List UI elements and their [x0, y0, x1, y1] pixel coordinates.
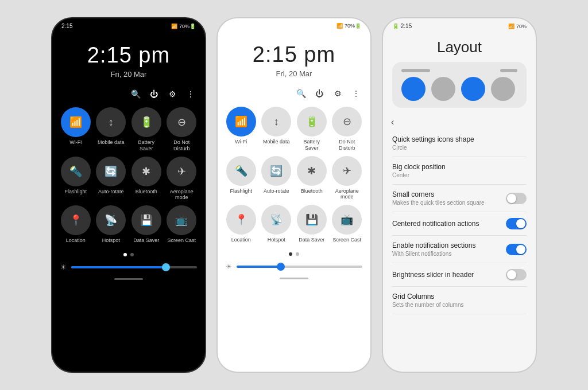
settings-text-0: Quick settings icons shapeCircle — [392, 135, 527, 151]
layout-circle-1[interactable] — [401, 77, 425, 101]
settings-row-4[interactable]: Enable notification sectionsWith Silent … — [392, 236, 527, 263]
settings-label-3: Centered notification actions — [392, 220, 506, 228]
settings-row-1[interactable]: Big clock positionCenter — [392, 157, 527, 185]
tile-dark-9[interactable]: 📡Hotspot — [96, 205, 127, 244]
clock-dark: 2:15 pm Fri, 20 Mar — [52, 32, 205, 84]
toolbar-light: 🔍 ⏻ ⚙ ⋮ — [218, 84, 370, 103]
tile-label-dark-4: Flashlight — [64, 189, 87, 195]
slider-thumb-light[interactable] — [277, 263, 285, 271]
search-icon-dark[interactable]: 🔍 — [130, 89, 141, 99]
settings-label-4: Enable notification sections — [392, 241, 506, 249]
slider-track-light[interactable] — [237, 266, 362, 268]
tile-label-dark-2: Battery Saver — [131, 139, 162, 152]
status-icons-dark: 📶 70%🔋 — [171, 24, 196, 29]
home-indicator-light — [280, 278, 308, 279]
tile-light-8[interactable]: 📍Location — [226, 205, 257, 243]
toggle-5[interactable] — [506, 269, 527, 280]
signal-icon-light: 📶 70%🔋 — [336, 23, 361, 29]
tile-label-dark-0: Wi-Fi — [69, 139, 82, 146]
tile-label-light-1: Mobile data — [263, 139, 290, 145]
tile-light-10[interactable]: 💾Data Saver — [296, 205, 327, 243]
slider-thumb-dark[interactable] — [162, 263, 170, 271]
tile-dark-4[interactable]: 🔦Flashlight — [60, 157, 91, 201]
settings-icon-dark[interactable]: ⚙ — [167, 89, 177, 99]
layout-circle-4[interactable] — [491, 77, 515, 101]
tile-dark-5[interactable]: 🔄Auto-rotate — [96, 157, 127, 201]
tile-light-11[interactable]: 📺Screen Cast — [332, 205, 363, 243]
tile-dark-8[interactable]: 📍Location — [60, 205, 91, 244]
tile-light-0[interactable]: 📶Wi-Fi — [226, 107, 257, 151]
settings-text-6: Grid ColumnsSets the number of columns — [392, 292, 527, 308]
tile-label-light-6: Bluetooth — [301, 188, 323, 194]
settings-row-5[interactable]: Brightness slider in header — [392, 263, 527, 287]
tile-light-7[interactable]: ✈Aeroplane mode — [332, 156, 363, 201]
settings-row-0[interactable]: Quick settings icons shapeCircle — [392, 130, 527, 157]
toggle-thumb-2 — [507, 194, 516, 203]
phone-dark: 2:15 📶 70%🔋 2:15 pm Fri, 20 Mar 🔍 ⏻ ⚙ ⋮ … — [51, 17, 206, 373]
phone-light: 📶 70%🔋 2:15 pm Fri, 20 Mar 🔍 ⏻ ⚙ ⋮ 📶Wi-F… — [216, 17, 372, 373]
settings-text-2: Small cornersMakes the quick tiles secti… — [392, 190, 506, 206]
tile-dark-6[interactable]: ✱Bluetooth — [131, 157, 162, 201]
tile-light-9[interactable]: 📡Hotspot — [261, 205, 292, 243]
settings-sub-6: Sets the number of columns — [392, 302, 527, 308]
home-indicator-dark — [114, 278, 143, 280]
tile-label-dark-9: Hotspot — [102, 237, 120, 244]
clock-time-dark: 2:15 pm — [58, 43, 199, 68]
settings-sub-4: With Silent notifications — [392, 251, 506, 257]
more-icon-dark[interactable]: ⋮ — [185, 89, 196, 99]
dot-2-dark — [130, 253, 134, 256]
tile-icon-dark-2: 🔋 — [131, 107, 161, 137]
tile-icon-dark-4: 🔦 — [61, 157, 91, 186]
tile-light-2[interactable]: 🔋Battery Saver — [296, 107, 327, 151]
toggle-4[interactable] — [506, 244, 527, 255]
settings-sub-1: Center — [392, 172, 527, 178]
tile-dark-7[interactable]: ✈Aeroplane mode — [167, 157, 198, 201]
settings-label-6: Grid Columns — [392, 292, 527, 301]
tile-light-3[interactable]: ⊖Do Not Disturb — [332, 107, 363, 151]
tile-dark-1[interactable]: ↕Mobile data — [96, 107, 127, 152]
layout-circle-3[interactable] — [461, 77, 485, 101]
tiles-grid-dark: 📶Wi-Fi↕Mobile data🔋Battery Saver⊖Do Not … — [52, 104, 205, 247]
settings-icon-light[interactable]: ⚙ — [332, 88, 343, 99]
tile-icon-light-3: ⊖ — [332, 107, 362, 136]
tile-icon-dark-10: 💾 — [131, 205, 161, 235]
tiles-grid-light: 📶Wi-Fi↕Mobile data🔋Battery Saver⊖Do Not … — [218, 103, 370, 247]
power-icon-light[interactable]: ⏻ — [314, 88, 324, 99]
tile-light-4[interactable]: 🔦Flashlight — [226, 156, 257, 201]
tile-icon-light-6: ✱ — [297, 156, 327, 186]
tile-dark-2[interactable]: 🔋Battery Saver — [131, 107, 162, 152]
tile-icon-dark-3: ⊖ — [167, 107, 196, 137]
tile-icon-light-5: 🔄 — [261, 156, 291, 186]
tile-icon-light-8: 📍 — [226, 205, 256, 235]
settings-label-1: Big clock position — [392, 163, 527, 171]
tile-icon-light-9: 📡 — [261, 205, 291, 235]
slider-track-dark[interactable] — [71, 266, 197, 268]
tile-dark-0[interactable]: 📶Wi-Fi — [60, 107, 91, 152]
tile-light-1[interactable]: ↕Mobile data — [261, 107, 292, 151]
tile-dark-10[interactable]: 💾Data Saver — [131, 205, 162, 244]
power-icon-dark[interactable]: ⏻ — [149, 89, 159, 99]
tile-light-6[interactable]: ✱Bluetooth — [296, 156, 327, 201]
tile-label-dark-6: Bluetooth — [136, 189, 157, 195]
search-icon-light[interactable]: 🔍 — [296, 88, 306, 99]
settings-row-3[interactable]: Centered notification actions — [392, 212, 527, 236]
tile-icon-light-1: ↕ — [261, 107, 291, 136]
clock-time-light: 2:15 pm — [223, 42, 365, 67]
tile-label-light-8: Location — [231, 237, 251, 243]
tile-light-5[interactable]: 🔄Auto-rotate — [261, 156, 292, 201]
tile-icon-light-0: 📶 — [226, 107, 256, 136]
toggle-2[interactable] — [506, 193, 527, 204]
settings-row-2[interactable]: Small cornersMakes the quick tiles secti… — [392, 185, 527, 212]
tile-icon-light-7: ✈ — [332, 156, 362, 186]
tile-dark-3[interactable]: ⊖Do Not Disturb — [167, 107, 198, 152]
tile-dark-11[interactable]: 📺Screen Cast — [167, 205, 198, 244]
settings-row-6[interactable]: Grid ColumnsSets the number of columns — [392, 287, 527, 314]
main-container: 2:15 📶 70%🔋 2:15 pm Fri, 20 Mar 🔍 ⏻ ⚙ ⋮ … — [0, 0, 588, 390]
status-time-dark: 2:15 — [61, 23, 72, 29]
tile-label-dark-5: Auto-rotate — [98, 189, 124, 195]
more-icon-light[interactable]: ⋮ — [351, 88, 361, 99]
tile-icon-dark-1: ↕ — [96, 107, 126, 137]
layout-circle-2[interactable] — [431, 77, 455, 101]
toggle-3[interactable] — [506, 218, 527, 229]
back-button[interactable]: ‹ — [391, 117, 394, 127]
